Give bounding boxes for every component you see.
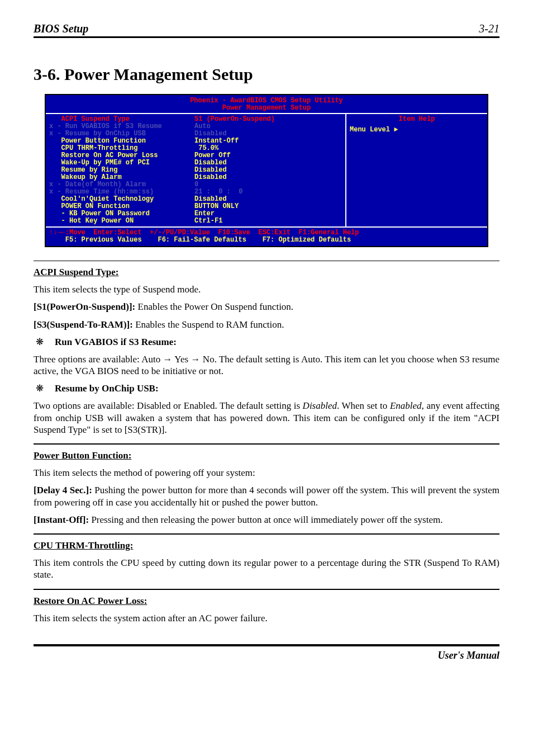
option-label: [Instant-Off]: (34, 514, 89, 525)
heading-cpu-thrm-throttling: CPU THRM-Throttling: (34, 540, 499, 551)
text: . When set to (337, 400, 390, 411)
bios-setting-value: Disabled (194, 174, 227, 181)
header-left: BIOS Setup (34, 22, 88, 35)
section-title: 3-6. Power Management Setup (34, 65, 499, 84)
heading-acpi-suspend-type: ACPI Suspend Type: (34, 267, 499, 278)
heading-restore-on-ac-power-loss: Restore On AC Power Loss: (34, 596, 499, 607)
sparkle-icon: ❋ (34, 336, 55, 348)
sparkle-icon: ❋ (34, 382, 55, 394)
bios-footer-line2: F5: Previous Values F6: Fail-Safe Defaul… (49, 237, 484, 244)
body-text: ACPI Suspend Type: This item selects the… (34, 261, 499, 624)
option-label: [S3(Suspend-To-RAM)]: (34, 319, 133, 330)
divider (34, 589, 499, 590)
bios-footer: ↑↓→←:Move Enter:Select +/-/PU/PD:Value F… (46, 228, 487, 246)
bios-help-pane: Item Help Menu Level ► (346, 114, 487, 226)
bios-item-help: Item Help (350, 116, 484, 123)
bios-settings-pane: ACPI Suspend TypeS1 (PowerOn-Suspend)x -… (46, 114, 346, 226)
heading-power-button-function: Power Button Function: (34, 450, 499, 461)
paragraph: This item selects the system action afte… (34, 612, 499, 624)
paragraph: [S1(PowerOn-Suspend)]: Enables the Power… (34, 301, 499, 313)
bios-title: Phoenix - AwardBIOS CMOS Setup Utility P… (46, 95, 487, 113)
footer-divider (34, 644, 499, 646)
bullet-heading: Resume by OnChip USB: (55, 383, 159, 394)
bios-main: ACPI Suspend TypeS1 (PowerOn-Suspend)x -… (46, 113, 487, 228)
paragraph: [Delay 4 Sec.]: Pushing the power button… (34, 484, 499, 508)
italic-text: Enabled (390, 400, 422, 411)
header-right: 3-21 (479, 22, 499, 35)
page: BIOS Setup 3-21 3-6. Power Management Se… (0, 0, 533, 756)
bios-title-line2: Power Management Setup (46, 105, 487, 112)
text: Enables the Power On Suspend function. (135, 301, 293, 312)
paragraph: This item selects the method of powering… (34, 467, 499, 479)
text: Pressing and then releasing the power bu… (89, 514, 442, 525)
italic-text: Disabled (303, 400, 337, 411)
paragraph: [S3(Suspend-To-RAM)]: Enables the Suspen… (34, 319, 499, 330)
divider (34, 261, 499, 261)
paragraph: This item selects the type of Suspend mo… (34, 284, 499, 295)
bios-screenshot: Phoenix - AwardBIOS CMOS Setup Utility P… (45, 94, 488, 247)
paragraph: This item controls the CPU speed by cutt… (34, 557, 499, 581)
option-label: [S1(PowerOn-Suspend)]: (34, 301, 135, 312)
bullet-row: ❋ Resume by OnChip USB: (34, 382, 499, 394)
page-footer: User's Manual (34, 644, 499, 662)
bios-menu-level: Menu Level ► (350, 123, 484, 134)
bios-setting-row: - Hot Key Power ONCtrl-F1 (49, 218, 342, 225)
paragraph: [Instant-Off]: Pressing and then releasi… (34, 514, 499, 526)
text: Pushing the power button for more than 4… (34, 485, 499, 507)
bullet-row: ❋ Run VGABIOS if S3 Resume: (34, 336, 499, 348)
bios-setting-label: - Hot Key Power ON (49, 218, 194, 225)
bios-setting-value: Ctrl-F1 (194, 218, 222, 225)
paragraph: Three options are available: Auto → Yes … (34, 353, 499, 377)
footer-text: User's Manual (34, 650, 499, 662)
divider (34, 443, 499, 445)
text: Enables the Suspend to RAM function. (133, 319, 284, 330)
paragraph: Two options are available: Disabled or E… (34, 400, 499, 436)
bullet-heading: Run VGABIOS if S3 Resume: (55, 337, 177, 348)
option-label: [Delay 4 Sec.]: (34, 485, 92, 495)
divider (34, 533, 499, 535)
page-header: BIOS Setup 3-21 (34, 22, 499, 38)
text: Two options are available: Disabled or E… (34, 400, 303, 411)
